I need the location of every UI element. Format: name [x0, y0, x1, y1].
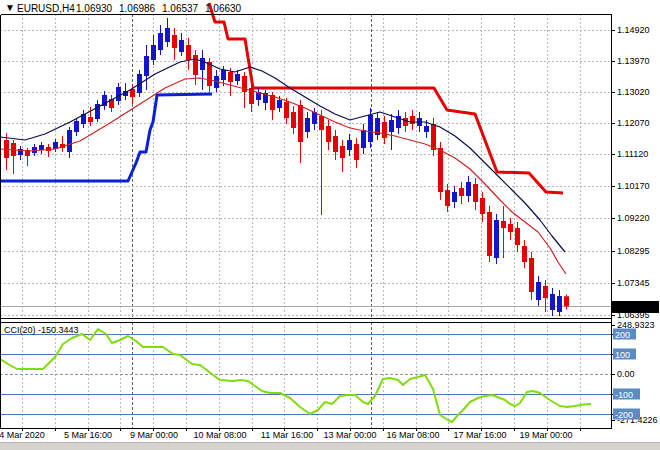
- cci-level-label: 100: [615, 350, 630, 360]
- candle-body: [438, 148, 443, 192]
- candle-body: [305, 118, 310, 132]
- candle-body: [186, 45, 191, 60]
- cci-indicator-label: CCI(20) -150.3443: [4, 325, 79, 335]
- ohlc-open-value: 1.06930: [76, 3, 113, 14]
- candle-body: [522, 246, 527, 262]
- candle-body: [452, 192, 457, 202]
- candle-body: [340, 146, 345, 158]
- candle-body: [564, 296, 569, 306]
- candle-body: [487, 212, 492, 256]
- candle-body: [277, 100, 282, 108]
- candle-body: [74, 121, 79, 132]
- price-axis-label: 1.13970: [617, 56, 650, 66]
- candle-body: [179, 40, 184, 52]
- cci-axis-labels: 248.93230.00-271.4226200100-100-200: [611, 320, 658, 425]
- candle-body: [403, 118, 408, 126]
- cci-level-label: -100: [615, 390, 633, 400]
- candle-body: [298, 105, 303, 142]
- candle-body: [67, 130, 72, 152]
- candle-body: [410, 116, 415, 124]
- cci-level-label: 200: [615, 330, 630, 340]
- candle-body: [88, 117, 93, 122]
- candle-body: [144, 56, 149, 76]
- cci-level-label: -200: [615, 410, 633, 420]
- candle-body: [39, 145, 44, 150]
- candle-body: [347, 140, 352, 150]
- candle-body: [389, 120, 394, 132]
- candle-body: [200, 58, 205, 70]
- time-axis-label: 9 Mar 00:00: [130, 430, 178, 440]
- candle-body: [501, 221, 506, 228]
- candle-body: [165, 28, 170, 42]
- time-axis-label: 10 Mar 08:00: [193, 430, 246, 440]
- ohlc-high-value: 1.06986: [119, 3, 156, 14]
- candle-body: [508, 224, 513, 232]
- candle-body: [368, 115, 373, 142]
- candle-body: [116, 87, 121, 101]
- price-axis-label: 1.07345: [617, 278, 650, 288]
- candle-body: [172, 35, 177, 48]
- time-axis-label: 17 Mar 16:00: [453, 430, 506, 440]
- candle-body: [151, 45, 156, 60]
- ohlc-low-value: 1.06537: [162, 3, 199, 14]
- chart-symbol-period: EURUSD,H4: [17, 3, 75, 14]
- panel-frames: [1, 15, 612, 429]
- price-axis-label: 1.12070: [617, 118, 650, 128]
- price-chart-canvas[interactable]: 1.149201.139701.130201.120701.111201.101…: [0, 0, 660, 450]
- price-axis-labels: 1.149201.139701.130201.120701.111201.101…: [611, 25, 650, 320]
- candle-body: [291, 112, 296, 128]
- trail-stop-red-line: [209, 3, 563, 193]
- candle-body: [382, 122, 387, 138]
- candle-body: [459, 188, 464, 196]
- price-axis-label: 1.13020: [617, 87, 650, 97]
- time-axis-label: 5 Mar 16:00: [64, 430, 112, 440]
- time-axis-labels: 4 Mar 20205 Mar 16:009 Mar 00:0010 Mar 0…: [0, 430, 573, 440]
- window-bottom-strip: [0, 442, 660, 450]
- cci-zero-label: 0.00: [617, 369, 635, 379]
- time-axis-label: 16 Mar 08:00: [386, 430, 439, 440]
- time-axis-label: 13 Mar 00:00: [323, 430, 376, 440]
- candle-body: [466, 182, 471, 196]
- candle-body: [543, 286, 548, 298]
- chart-generated-layers: 1.149201.139701.130201.120701.111201.101…: [0, 3, 659, 440]
- candle-body: [284, 102, 289, 118]
- price-axis-label: 1.08295: [617, 246, 650, 256]
- candle-body: [235, 74, 240, 81]
- current-price-box: 1.06630: [612, 301, 659, 313]
- candle-body: [221, 70, 226, 80]
- candle-body: [536, 282, 541, 300]
- candle-body: [445, 190, 450, 206]
- candle-body: [550, 294, 555, 310]
- candle-body: [515, 228, 520, 245]
- candle-body: [319, 116, 324, 130]
- candle-body: [158, 33, 163, 50]
- candle-body: [424, 126, 429, 132]
- candle-body: [480, 198, 485, 214]
- candle-body: [354, 144, 359, 160]
- price-axis-label: 1.09220: [617, 213, 650, 223]
- symbol-dropdown-icon[interactable]: ▼: [5, 2, 15, 13]
- candle-body: [473, 184, 478, 202]
- price-axis-label: 1.10170: [617, 181, 650, 191]
- price-axis-label: 1.11120: [617, 149, 648, 159]
- candle-body: [193, 55, 198, 75]
- ohlc-close-value: 1.06630: [205, 3, 242, 14]
- candle-body: [326, 126, 331, 142]
- candle-body: [361, 130, 366, 148]
- candle-body: [529, 258, 534, 292]
- candle-body: [557, 296, 562, 312]
- time-axis-label: 19 Mar 00:00: [519, 430, 572, 440]
- time-axis-label: 11 Mar 16:00: [261, 430, 313, 440]
- time-axis-label: 4 Mar 2020: [0, 430, 45, 440]
- candle-body: [228, 72, 233, 82]
- price-axis-label: 1.14920: [617, 25, 650, 35]
- candle-body: [333, 136, 338, 152]
- chart-ohlc-header: ▼ EURUSD,H4 1.06930 1.06986 1.06537 1.06…: [5, 2, 242, 14]
- candle-body: [494, 220, 499, 258]
- current-price-label: 1.06630: [617, 303, 650, 313]
- mt4-chart-window: 1.149201.139701.130201.120701.111201.101…: [0, 0, 660, 450]
